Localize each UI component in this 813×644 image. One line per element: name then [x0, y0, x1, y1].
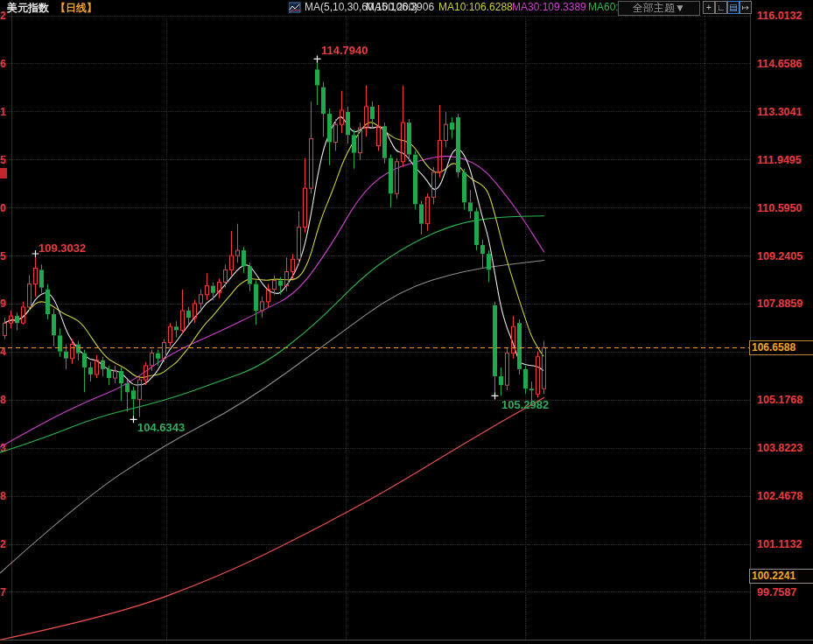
- candlestick-chart-canvas[interactable]: [0, 0, 813, 644]
- chart-style-icon[interactable]: ▤: [727, 1, 739, 14]
- current-price-tag: 106.6588: [749, 340, 813, 355]
- pan-icon[interactable]: +: [703, 1, 715, 14]
- popout-icon[interactable]: ↦: [739, 1, 752, 14]
- instrument-title: 美元指数: [7, 1, 49, 16]
- period-label: 【日线】: [55, 1, 97, 16]
- chart-window: 美元指数 【日线】 MA(5,10,30,60,100,200) MA5:106…: [0, 0, 813, 644]
- theme-dropdown[interactable]: 全部主题▼: [618, 1, 700, 16]
- legend-ma30: MA30:109.3389: [512, 1, 586, 13]
- annotation-low-1: 104.6343: [137, 421, 185, 434]
- annotation-low-2: 105.2982: [501, 398, 549, 411]
- axis-scale-icon[interactable]: ∟: [715, 1, 727, 14]
- annotation-high-1: 109.3032: [39, 242, 86, 255]
- indicator-icon[interactable]: [289, 2, 301, 13]
- legend-ma10: MA10:106.6288: [438, 1, 513, 13]
- alert-price-tag: 100.2241: [749, 569, 813, 584]
- chart-header: 美元指数 【日线】 MA(5,10,30,60,100,200) MA5:106…: [0, 0, 813, 16]
- legend-ma5: MA5:106.3906: [366, 1, 434, 13]
- annotation-high-2: 114.7940: [321, 44, 368, 57]
